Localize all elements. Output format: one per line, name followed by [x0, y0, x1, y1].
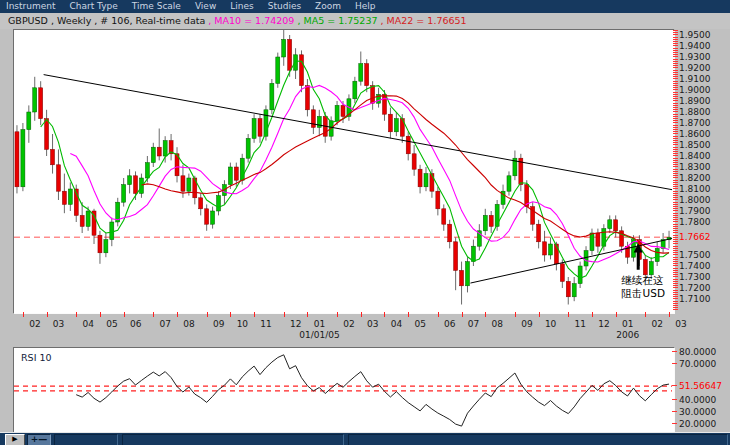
menu-item-view[interactable]: View: [195, 0, 216, 13]
rsi-chart-canvas[interactable]: [14, 348, 672, 430]
price-axis-label: 1.9400: [679, 41, 711, 51]
menu-item-time-scale[interactable]: Time Scale: [132, 0, 181, 13]
chart-info-bar: GBPUSD , Weekly , # 106, Real-time data …: [0, 13, 730, 29]
price-chart-canvas[interactable]: 继续在这阻击USD: [14, 30, 672, 311]
price-axis-label: 1.8400: [679, 151, 711, 161]
menu-item-lines[interactable]: Lines: [230, 0, 253, 13]
price-axis-label: 1.7900: [679, 206, 711, 216]
rsi-axis-marker: 51.56647: [679, 381, 722, 391]
time-axis-label: 02: [339, 319, 359, 329]
time-axis-label: 02: [647, 319, 667, 329]
time-axis-label: 09: [209, 319, 229, 329]
rsi-axis-tick: [672, 411, 677, 412]
price-axis-label: 1.7100: [679, 294, 711, 304]
price-axis-label: 1.7200: [679, 283, 711, 293]
price-axis-label: 1.7300: [679, 272, 711, 282]
time-axis-tick: [284, 312, 285, 317]
candles: [15, 30, 671, 305]
rsi-axis-label: 70.0000: [679, 359, 716, 369]
time-axis-tick: [384, 312, 385, 317]
price-axis-label: 1.9300: [679, 52, 711, 62]
crosshair-tool-button[interactable]: +—: [27, 434, 51, 445]
time-axis-tick: [207, 312, 208, 317]
price-axis-label: 1.7800: [679, 217, 711, 227]
time-axis-label: 11: [256, 319, 276, 329]
price-axis-label: 1.8500: [679, 140, 711, 150]
annotation-text-line-2: 阻击USD: [622, 287, 665, 299]
annotation-text-line-1: 继续在这: [621, 274, 665, 286]
price-axis-label: 1.8800: [679, 107, 711, 117]
rsi-axis-tick: [672, 385, 677, 386]
price-axis-label: 1.9000: [679, 85, 711, 95]
price-axis-label: 1.8600: [679, 129, 711, 139]
rsi-axis-tick: [672, 351, 677, 352]
price-axis-label: 1.8900: [679, 96, 711, 106]
menu-bar: InstrumentChart TypeTime ScaleViewLinesS…: [0, 0, 730, 13]
price-axis-label: 1.9500: [679, 30, 711, 40]
menu-item-chart-type[interactable]: Chart Type: [70, 0, 118, 13]
time-axis-label: 01: [309, 319, 329, 329]
time-axis-label: 08: [179, 319, 199, 329]
trendline-1[interactable]: [44, 75, 672, 191]
menu-item-studies[interactable]: Studies: [268, 0, 301, 13]
time-axis-label: 01: [618, 319, 638, 329]
time-axis-tick: [153, 312, 154, 317]
time-axis-tick: [515, 312, 516, 317]
menu-item-zoom[interactable]: Zoom: [315, 0, 341, 13]
chart-descriptor: GBPUSD , Weekly , # 106, Real-time data: [8, 15, 205, 26]
time-axis-label: 12: [286, 319, 306, 329]
time-axis-tick: [23, 312, 24, 317]
time-axis-tick: [100, 312, 101, 317]
time-axis-tick: [616, 312, 617, 317]
rsi-axis-label: 20.0000: [679, 419, 716, 429]
rsi-axis-label: 40.0000: [679, 395, 716, 405]
time-axis-label: 07: [464, 319, 484, 329]
menu-item-help[interactable]: Help: [355, 0, 376, 13]
rsi-study-label: RSI 10: [21, 352, 52, 363]
price-chart-frame: 继续在这阻击USD: [13, 29, 675, 314]
time-axis-label: 07: [155, 319, 175, 329]
time-axis-tick: [669, 312, 670, 317]
time-axis-tick: [592, 312, 593, 317]
time-axis-tick: [361, 312, 362, 317]
time-axis-sublabel: 2006: [605, 330, 651, 340]
rsi-axis-tick: [672, 423, 677, 424]
time-axis-tick: [76, 312, 77, 317]
time-axis-label: 05: [410, 319, 430, 329]
time-axis-tick: [438, 312, 439, 317]
time-axis-tick: [337, 312, 338, 317]
rsi-axis-label: 80.0000: [679, 347, 716, 357]
price-axis-label: 1.8300: [679, 162, 711, 172]
time-axis-tick: [307, 312, 308, 317]
time-axis-label: 11: [570, 319, 590, 329]
time-axis-label: 03: [363, 319, 383, 329]
rsi-axis-tick: [672, 363, 677, 364]
time-axis-tick: [539, 312, 540, 317]
price-axis-label: 1.8700: [679, 118, 711, 128]
time-axis-label: 05: [102, 319, 122, 329]
time-axis-tick: [408, 312, 409, 317]
status-panel-3: [348, 434, 728, 445]
ma-legend: , MA10 = 1.74209 , MA5 = 1.75237 , MA22 …: [208, 15, 466, 26]
rsi-line: [76, 355, 669, 426]
price-axis-marker: 1.7662: [679, 232, 711, 242]
time-axis-label: 12: [594, 319, 614, 329]
time-axis-tick: [462, 312, 463, 317]
time-axis-tick: [645, 312, 646, 317]
time-axis-label: 03: [49, 319, 69, 329]
status-bar: ▶+—: [0, 432, 730, 445]
time-axis-tick: [485, 312, 486, 317]
rsi-panel-frame: [13, 347, 675, 433]
time-axis-label: 06: [440, 319, 460, 329]
time-axis-tick: [230, 312, 231, 317]
price-axis-label: 1.9100: [679, 74, 711, 84]
pointer-tool-button[interactable]: ▶: [5, 434, 25, 445]
time-axis-label: 06: [126, 319, 146, 329]
chart-window: InstrumentChart TypeTime ScaleViewLinesS…: [0, 0, 730, 445]
time-axis-tick: [124, 312, 125, 317]
time-axis-label: 08: [487, 319, 507, 329]
menu-item-instrument[interactable]: Instrument: [6, 0, 56, 13]
price-axis-label: 1.7400: [679, 261, 711, 271]
time-axis-label: 04: [386, 319, 406, 329]
rsi-axis-label: 30.0000: [679, 407, 716, 417]
